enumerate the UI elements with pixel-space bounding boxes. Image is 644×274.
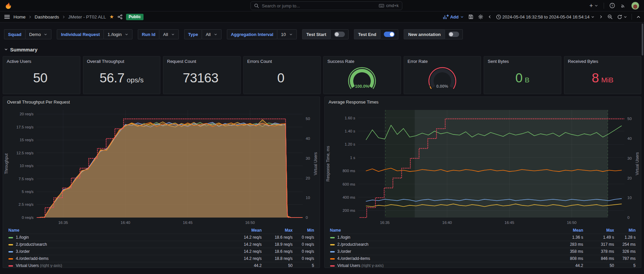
search-input[interactable]	[262, 3, 376, 8]
series-note: (right y-axis)	[360, 263, 384, 268]
svg-text:600 ms: 600 ms	[343, 182, 355, 186]
time-range-label: 2024-05-04 16:32:58 to 2024-05-04 16:54:…	[502, 14, 590, 19]
legend-row[interactable]: 4./order/add-items14.2 req/s18.8 req/s0 …	[8, 255, 315, 262]
test-start-toggle[interactable]	[334, 32, 345, 37]
stat-panel-errors-count: Errors Count 0	[243, 56, 321, 94]
legend-header[interactable]: Name	[329, 227, 553, 234]
toggle-box	[380, 29, 398, 39]
time-range-picker[interactable]: 2024-05-04 16:32:58 to 2024-05-04 16:54:…	[496, 14, 595, 19]
legend-value: 14.2 req/s	[232, 248, 263, 255]
series-name: 4./order/add-items	[337, 256, 370, 261]
variable-value-dropdown[interactable]: 10	[277, 29, 296, 39]
chevron-right-icon	[28, 15, 32, 19]
toggle-label: Test Start	[302, 29, 331, 39]
legend-row[interactable]: 3./order14.2 req/s18.6 req/s0 req/s	[8, 248, 315, 255]
add-panel-button[interactable]: Add	[443, 14, 464, 19]
series-swatch	[8, 258, 13, 260]
legend-value: 317 ms	[584, 241, 615, 248]
legend-header[interactable]: Min	[615, 227, 636, 234]
summary-section-header[interactable]: Summmary	[4, 45, 640, 53]
grafana-logo-icon[interactable]	[5, 2, 12, 9]
legend-header[interactable]: Name	[8, 227, 232, 234]
svg-text:Throughput: Throughput	[4, 153, 9, 174]
breadcrumb-home[interactable]: Home	[13, 14, 26, 19]
share-icon[interactable]	[117, 14, 123, 19]
time-forward-icon[interactable]	[599, 15, 603, 19]
legend-value: 14.2 req/s	[232, 241, 263, 248]
series-name: 2./product/search	[16, 242, 47, 247]
series-name: 2./product/search	[337, 242, 369, 247]
variable-run-id: Run Id All	[138, 29, 179, 39]
variable-squad: Squad Demo	[4, 29, 51, 39]
legend-value: 254 ms	[615, 241, 636, 248]
variable-value-dropdown[interactable]: 1./login	[104, 29, 132, 39]
series-swatch	[330, 251, 335, 252]
legend-header[interactable]: Min	[293, 227, 315, 234]
legend-row[interactable]: 2./product/search283 ms317 ms254 ms	[329, 241, 637, 248]
variables-bar: Squad Demo Individual Request 1./login R…	[4, 29, 640, 39]
panel-title: Sent Bytes	[488, 59, 557, 64]
test-end-toggle[interactable]	[384, 32, 395, 37]
scrollbar-thumb[interactable]	[642, 24, 643, 55]
series-name: 3./order	[16, 249, 30, 254]
settings-gear-icon[interactable]	[478, 14, 483, 19]
legend-row[interactable]: Virtual Users (right y-axis)44.2505	[8, 262, 315, 268]
stat-value: 8MiB	[592, 71, 613, 84]
mega-menu-icon[interactable]	[4, 14, 10, 20]
legend-header[interactable]: Max	[263, 227, 293, 234]
variable-value-dropdown[interactable]: All	[159, 29, 178, 39]
favorite-star-icon[interactable]: ★	[109, 14, 114, 20]
legend-value: 18.9 req/s	[263, 241, 293, 248]
legend-header[interactable]: Mean	[232, 227, 263, 234]
legend-value: 14.2 req/s	[232, 255, 263, 262]
legend-row[interactable]: 1./login14.2 req/s18.6 req/s0 req/s	[8, 234, 315, 241]
new-annotation-toggle[interactable]	[448, 32, 459, 37]
svg-text:40: 40	[627, 136, 632, 141]
legend-value: 0 req/s	[293, 241, 315, 248]
toggle-knob	[335, 32, 339, 36]
toggle-test-end: Test End	[354, 29, 399, 39]
user-avatar[interactable]	[631, 2, 639, 10]
svg-text:Virtual Users: Virtual Users	[635, 152, 639, 175]
legend-row[interactable]: 4./order/add-items808 ms846 ms787 ms	[329, 255, 637, 262]
zoom-out-icon[interactable]	[607, 14, 613, 19]
timeseries-plot[interactable]: 0 req/s2.5 req/s5 req/s7.5 req/s10 req/s…	[3, 105, 320, 226]
svg-text:16:45: 16:45	[505, 221, 514, 225]
legend-value: 378 ms	[584, 248, 615, 255]
time-back-icon[interactable]	[488, 15, 492, 19]
timeseries-plot[interactable]: 200 ms400 ms600 ms800 ms1 s1.20 s1.40 s1…	[325, 105, 641, 226]
save-icon[interactable]	[468, 14, 474, 19]
variable-value-dropdown[interactable]: Demo	[25, 29, 52, 39]
svg-text:12.5 req/s: 12.5 req/s	[16, 151, 34, 155]
legend-row[interactable]: 2./product/search14.2 req/s18.9 req/s0 r…	[8, 241, 315, 248]
new-menu-button[interactable]: +	[589, 3, 598, 9]
svg-text:16:50: 16:50	[567, 221, 576, 225]
legend-value: 50	[584, 262, 615, 268]
legend-header[interactable]: Max	[584, 227, 615, 234]
news-rss-icon[interactable]	[620, 3, 626, 8]
response-times-chart-panel: Average Response Times 200 ms400 ms600 m…	[324, 96, 642, 268]
svg-text:0 req/s: 0 req/s	[22, 216, 34, 220]
help-icon[interactable]: ?	[609, 3, 615, 8]
toggle-label: New annotation	[404, 29, 445, 39]
legend-row[interactable]: 1./login1.36 s1.49 s1.28 s	[329, 234, 637, 241]
breadcrumb-dashboards[interactable]: Dashboards	[35, 14, 59, 19]
add-chart-icon	[443, 14, 449, 19]
legend-value: 44.2	[232, 262, 263, 268]
collapse-up-icon[interactable]	[636, 15, 641, 19]
legend-header[interactable]: Mean	[553, 227, 584, 234]
global-search[interactable]: cmd+k	[250, 1, 402, 10]
series-swatch	[8, 251, 13, 252]
variable-value-dropdown[interactable]: All	[202, 29, 221, 39]
legend-row[interactable]: Virtual Users (right y-axis)44.2505	[329, 262, 637, 268]
clock-icon	[496, 14, 501, 19]
series-name: Virtual Users	[16, 263, 39, 268]
variable-value: All	[206, 32, 210, 37]
stat-panel-sent-bytes: Sent Bytes 0B	[484, 56, 561, 94]
legend-row[interactable]: 3./order358 ms378 ms326 ms	[329, 248, 637, 255]
svg-text:16:35: 16:35	[380, 221, 390, 225]
series-swatch	[330, 244, 335, 245]
stat-value: 0B	[515, 71, 529, 84]
refresh-button[interactable]	[617, 14, 627, 19]
legend-value: 846 ms	[584, 255, 615, 262]
